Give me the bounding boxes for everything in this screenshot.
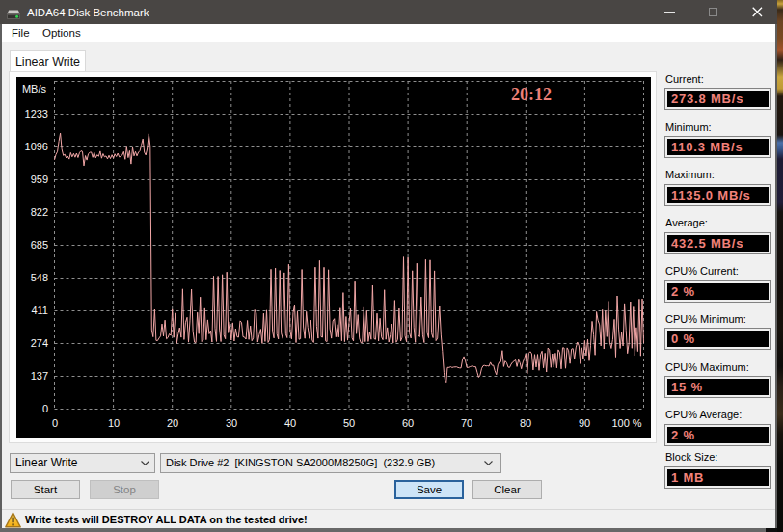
svg-text:274: 274 (31, 337, 48, 349)
svg-text:20:12: 20:12 (511, 85, 552, 104)
svg-text:50: 50 (343, 417, 355, 429)
svg-text:10: 10 (108, 417, 120, 429)
svg-text:0: 0 (42, 403, 48, 414)
svg-text:100 %: 100 % (611, 417, 641, 429)
svg-text:959: 959 (31, 173, 48, 185)
svg-text:30: 30 (226, 417, 237, 429)
svg-text:90: 90 (579, 417, 590, 429)
svg-text:1096: 1096 (25, 141, 48, 152)
svg-text:60: 60 (402, 417, 414, 429)
svg-text:548: 548 (31, 272, 48, 283)
svg-text:411: 411 (31, 305, 48, 316)
svg-text:70: 70 (461, 417, 472, 429)
svg-text:685: 685 (31, 239, 48, 251)
svg-text:40: 40 (284, 417, 296, 429)
svg-text:1233: 1233 (25, 108, 48, 120)
svg-text:80: 80 (520, 417, 531, 429)
svg-text:0: 0 (52, 417, 58, 429)
svg-text:20: 20 (167, 417, 178, 429)
svg-text:MB/s: MB/s (22, 83, 47, 94)
svg-text:137: 137 (31, 370, 48, 382)
svg-text:822: 822 (31, 206, 48, 218)
